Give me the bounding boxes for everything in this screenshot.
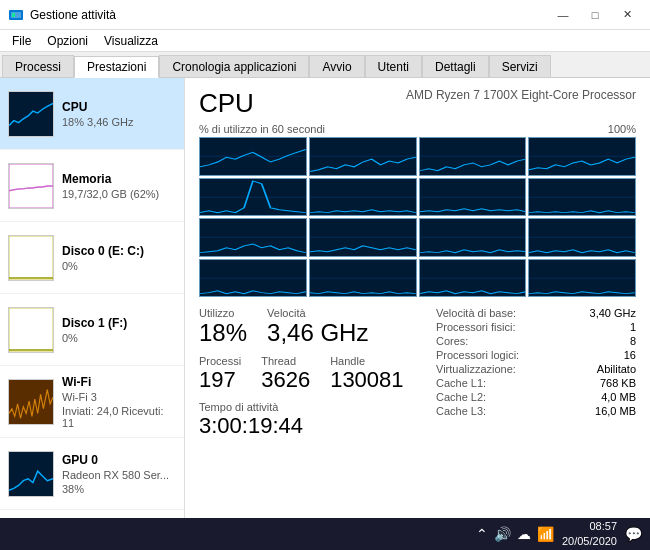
cpu-graph-9 xyxy=(309,218,417,257)
cpu-graph-0 xyxy=(199,137,307,176)
disk0-title: Disco 0 (E: C:) xyxy=(62,244,176,258)
disk0-subtitle: 0% xyxy=(62,260,176,272)
processor-name: AMD Ryzen 7 1700X Eight-Core Processor xyxy=(406,88,636,102)
disk1-title: Disco 1 (F:) xyxy=(62,316,176,330)
taskbar-date: 20/05/2020 xyxy=(562,534,617,549)
threads-value: 3626 xyxy=(261,367,310,393)
taskbar-icons: ⌃ 🔊 ☁ 📶 xyxy=(476,526,554,542)
cores-val: 8 xyxy=(630,335,636,347)
cpu-graph-5 xyxy=(309,178,417,217)
info-row-basespeed: Velocità di base: 3,40 GHz xyxy=(436,307,636,319)
tab-dettagli[interactable]: Dettagli xyxy=(422,55,489,77)
cpu-subtitle: 18% 3,46 GHz xyxy=(62,116,176,128)
svg-rect-7 xyxy=(9,380,53,424)
info-row-l3: Cache L3: 16,0 MB xyxy=(436,405,636,417)
title-bar: Gestione attività — □ ✕ xyxy=(0,0,650,30)
info-table: Velocità di base: 3,40 GHz Processori fi… xyxy=(436,307,636,417)
speed-block: Velocità 3,46 GHz xyxy=(267,307,368,347)
virtualization-key: Virtualizzazione: xyxy=(436,363,516,375)
volume-icon[interactable]: 🔊 xyxy=(494,526,511,542)
tab-utenti[interactable]: Utenti xyxy=(365,55,422,77)
disk1-info: Disco 1 (F:) 0% xyxy=(62,316,176,344)
sidebar-item-cpu[interactable]: CPU 18% 3,46 GHz xyxy=(0,78,184,150)
wifi-tray-icon[interactable]: 📶 xyxy=(537,526,554,542)
tab-prestazioni[interactable]: Prestazioni xyxy=(74,56,159,78)
sidebar-item-wifi[interactable]: Wi-Fi Wi-Fi 3 Inviati: 24,0 Ricevuti: 11 xyxy=(0,366,184,438)
info-row-physical: Processori fisici: 1 xyxy=(436,321,636,333)
utilization-value: 18% xyxy=(199,319,247,347)
sidebar-item-gpu[interactable]: GPU 0 Radeon RX 580 Ser... 38% xyxy=(0,438,184,510)
minimize-button[interactable]: — xyxy=(548,5,578,25)
cpu-graph-8 xyxy=(199,218,307,257)
maximize-button[interactable]: □ xyxy=(580,5,610,25)
tray-arrow-icon[interactable]: ⌃ xyxy=(476,526,488,542)
threads-label: Thread xyxy=(261,355,310,367)
svg-rect-5 xyxy=(9,236,53,280)
wifi-info: Wi-Fi Wi-Fi 3 Inviati: 24,0 Ricevuti: 11 xyxy=(62,375,176,429)
cpu-graphs-grid xyxy=(199,137,636,297)
notifications-icon[interactable]: 💬 xyxy=(625,526,642,542)
menu-file[interactable]: File xyxy=(4,32,39,50)
handles-block: Handle 130081 xyxy=(330,355,403,393)
memory-title: Memoria xyxy=(62,172,176,186)
svg-rect-6 xyxy=(9,308,53,352)
l1-key: Cache L1: xyxy=(436,377,486,389)
cpu-thumbnail xyxy=(8,91,54,137)
main-content: CPU 18% 3,46 GHz Memoria 19,7/32,0 GB (6… xyxy=(0,78,650,518)
memory-thumbnail xyxy=(8,163,54,209)
cpu-graph-2 xyxy=(419,137,527,176)
handles-label: Handle xyxy=(330,355,403,367)
processes-block: Processi 197 xyxy=(199,355,241,393)
detail-title: CPU xyxy=(199,88,254,119)
l3-key: Cache L3: xyxy=(436,405,486,417)
cpu-graph-10 xyxy=(419,218,527,257)
window-title: Gestione attività xyxy=(30,8,116,22)
tab-servizi[interactable]: Servizi xyxy=(489,55,551,77)
info-row-virtualization: Virtualizzazione: Abilitato xyxy=(436,363,636,375)
l2-key: Cache L2: xyxy=(436,391,486,403)
l1-val: 768 KB xyxy=(600,377,636,389)
stats-row: Utilizzo 18% Velocità 3,46 GHz xyxy=(199,307,424,347)
cpu-graph-4 xyxy=(199,178,307,217)
network-icon[interactable]: ☁ xyxy=(517,526,531,542)
memory-subtitle: 19,7/32,0 GB (62%) xyxy=(62,188,176,200)
sidebar-item-memory[interactable]: Memoria 19,7/32,0 GB (62%) xyxy=(0,150,184,222)
uptime-value: 3:00:19:44 xyxy=(199,413,424,439)
cpu-graph-13 xyxy=(309,259,417,298)
title-bar-left: Gestione attività xyxy=(8,7,116,23)
taskbar: ⌃ 🔊 ☁ 📶 08:57 20/05/2020 💬 xyxy=(0,518,650,550)
cpu-graph-1 xyxy=(309,137,417,176)
svg-rect-2 xyxy=(12,13,15,17)
uptime-label: Tempo di attività xyxy=(199,401,424,413)
menu-options[interactable]: Opzioni xyxy=(39,32,96,50)
taskbar-time: 08:57 xyxy=(562,519,617,534)
disk1-subtitle: 0% xyxy=(62,332,176,344)
speed-value: 3,46 GHz xyxy=(267,319,368,347)
tab-avvio[interactable]: Avvio xyxy=(309,55,364,77)
threads-block: Thread 3626 xyxy=(261,355,310,393)
sidebar-item-disk1[interactable]: Disco 1 (F:) 0% xyxy=(0,294,184,366)
wifi-subtitle2: Inviati: 24,0 Ricevuti: 11 xyxy=(62,405,176,429)
basespeed-val: 3,40 GHz xyxy=(590,307,636,319)
logical-key: Processori logici: xyxy=(436,349,519,361)
cpu-graph-7 xyxy=(528,178,636,217)
sidebar-item-disk0[interactable]: Disco 0 (E: C:) 0% xyxy=(0,222,184,294)
close-button[interactable]: ✕ xyxy=(612,5,642,25)
menu-view[interactable]: Visualizza xyxy=(96,32,166,50)
gpu-subtitle2: 38% xyxy=(62,483,176,495)
memory-info: Memoria 19,7/32,0 GB (62%) xyxy=(62,172,176,200)
usage-label-row: % di utilizzo in 60 secondi 100% xyxy=(199,123,636,135)
disk1-thumbnail xyxy=(8,307,54,353)
cpu-graph-6 xyxy=(419,178,527,217)
l2-val: 4,0 MB xyxy=(601,391,636,403)
gpu-title: GPU 0 xyxy=(62,453,176,467)
tab-cronologia[interactable]: Cronologia applicazioni xyxy=(159,55,309,77)
physical-key: Processori fisici: xyxy=(436,321,515,333)
tab-processi[interactable]: Processi xyxy=(2,55,74,77)
logical-val: 16 xyxy=(624,349,636,361)
processes-value: 197 xyxy=(199,367,241,393)
cores-key: Cores: xyxy=(436,335,468,347)
cpu-graph-15 xyxy=(528,259,636,298)
info-row-l1: Cache L1: 768 KB xyxy=(436,377,636,389)
detail-right: Velocità di base: 3,40 GHz Processori fi… xyxy=(436,307,636,449)
